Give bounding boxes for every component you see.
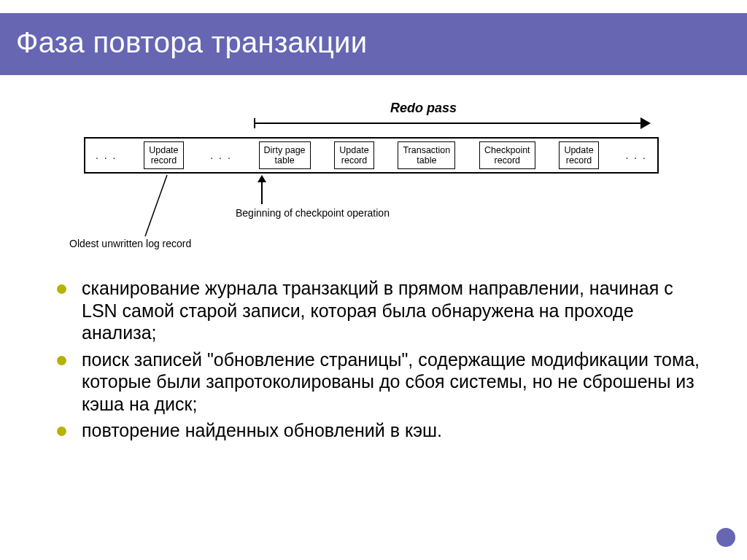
svg-marker-1 (258, 175, 266, 182)
oldest-record-annotation: Oldest unwritten log record (69, 238, 191, 249)
log-record-strip: . . . Updaterecord . . . Dirty pagetable… (84, 137, 659, 174)
ellipsis-icon: . . . (622, 149, 649, 161)
svg-line-2 (145, 175, 167, 236)
title-band: Фаза повтора транзакции (0, 13, 747, 75)
log-record: Transactiontable (398, 141, 455, 170)
bullet-list: сканирование журнала транзакций в прямом… (57, 277, 703, 446)
bullet-item: поиск записей "обновление страницы", сод… (57, 349, 703, 416)
redo-pass-label: Redo pass (390, 101, 457, 116)
slide: Фаза повтора транзакции Redo pass . . . … (0, 0, 747, 560)
redo-arrow-icon (255, 122, 649, 124)
ellipsis-icon: . . . (93, 149, 120, 161)
checkpoint-annotation: Beginning of checkpoint operation (236, 207, 390, 219)
bullet-item: повторение найденных обновлений в кэш. (57, 419, 703, 442)
log-record: Updaterecord (144, 141, 183, 170)
log-record: Updaterecord (559, 141, 598, 170)
log-record: Dirty pagetable (259, 141, 311, 170)
redo-pass-diagram: Redo pass . . . Updaterecord . . . Dirty… (84, 101, 660, 254)
log-record: Updaterecord (334, 141, 374, 170)
ellipsis-icon: . . . (207, 149, 234, 161)
oldest-record-line-icon (135, 174, 222, 239)
bullet-item: сканирование журнала транзакций в прямом… (57, 277, 703, 344)
log-record: Checkpointrecord (479, 141, 535, 170)
checkpoint-arrow-icon (255, 175, 269, 206)
corner-dot-icon (716, 528, 735, 547)
slide-title: Фаза повтора транзакции (16, 26, 747, 59)
